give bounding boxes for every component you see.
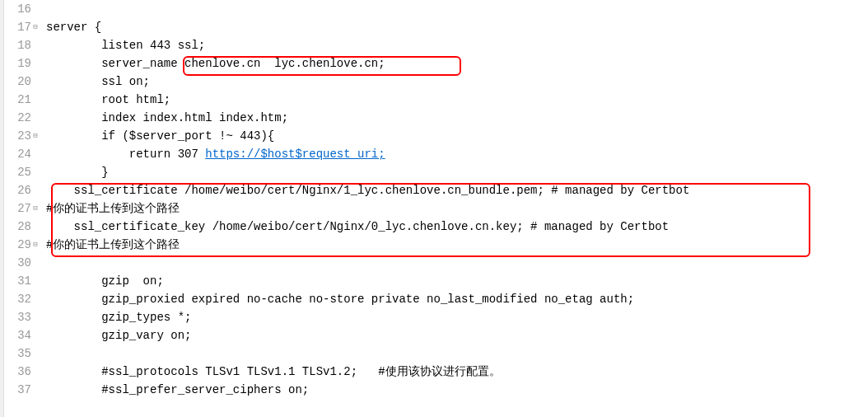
- line-number: 25: [0, 163, 31, 181]
- code-line[interactable]: ssl on;: [46, 73, 868, 91]
- line-number: 20: [0, 73, 31, 91]
- url-link[interactable]: https://$host$request_uri;: [205, 148, 385, 161]
- code-line[interactable]: gzip on;: [46, 272, 868, 290]
- line-number: 34: [0, 326, 31, 344]
- code-line[interactable]: #你的证书上传到这个路径: [46, 199, 868, 218]
- code-line[interactable]: server_name chenlove.cn lyc.chenlove.cn;: [46, 54, 868, 73]
- line-number: 27⊟: [0, 199, 31, 218]
- line-number: 24: [0, 145, 31, 163]
- line-number: 18: [0, 36, 31, 54]
- code-line[interactable]: ssl_certificate /home/weibo/cert/Nginx/1…: [46, 181, 868, 199]
- code-line[interactable]: [46, 0, 868, 18]
- code-line[interactable]: if ($server_port !~ 443){: [46, 127, 868, 145]
- code-line[interactable]: #ssl_protocols TLSv1 TLSv1.1 TLSv1.2; #使…: [46, 363, 868, 381]
- line-number: 35: [0, 344, 31, 363]
- line-number: 23⊟: [0, 127, 31, 145]
- line-number: 31: [0, 272, 31, 290]
- code-line[interactable]: return 307 https://$host$request_uri;: [46, 145, 868, 163]
- code-line[interactable]: gzip_vary on;: [46, 326, 868, 344]
- line-number: 28: [0, 218, 31, 236]
- line-number: 33: [0, 308, 31, 326]
- line-number: 22: [0, 109, 31, 127]
- code-line[interactable]: }: [46, 163, 868, 181]
- line-number: 37: [0, 381, 31, 399]
- code-line[interactable]: index index.html index.htm;: [46, 109, 868, 127]
- code-editor: 16 17⊟ 18 19 20 21 22 23⊟ 24 25 26 27⊟ 2…: [0, 0, 868, 417]
- code-line[interactable]: gzip_proxied expired no-cache no-store p…: [46, 290, 868, 308]
- code-line[interactable]: root html;: [46, 91, 868, 109]
- line-number: 17⊟: [0, 18, 31, 36]
- code-line[interactable]: gzip_types *;: [46, 308, 868, 326]
- code-line[interactable]: #你的证书上传到这个路径: [46, 236, 868, 254]
- code-content[interactable]: server { listen 443 ssl; server_name che…: [35, 0, 868, 417]
- line-number: 29⊟: [0, 236, 31, 254]
- code-line[interactable]: listen 443 ssl;: [46, 36, 868, 54]
- code-line[interactable]: #ssl_prefer_server_ciphers on;: [46, 381, 868, 399]
- line-number: 36: [0, 363, 31, 381]
- line-number: 32: [0, 290, 31, 308]
- code-line[interactable]: [46, 254, 868, 272]
- code-line[interactable]: [46, 344, 868, 363]
- line-number: 21: [0, 91, 31, 109]
- line-number: 19: [0, 54, 31, 73]
- line-number: 16: [0, 0, 31, 18]
- code-line[interactable]: ssl_certificate_key /home/weibo/cert/Ngi…: [46, 218, 868, 236]
- code-line[interactable]: server {: [46, 18, 868, 36]
- line-number: 30: [0, 254, 31, 272]
- line-number: 26: [0, 181, 31, 199]
- line-number-gutter: 16 17⊟ 18 19 20 21 22 23⊟ 24 25 26 27⊟ 2…: [0, 0, 35, 417]
